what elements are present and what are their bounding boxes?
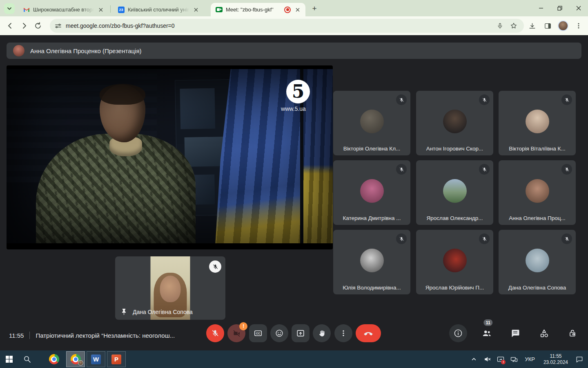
reload-button[interactable] xyxy=(31,19,45,33)
participant-tile[interactable]: Ярослав Юрійович П... xyxy=(416,230,493,294)
download-icon[interactable] xyxy=(525,19,539,33)
avatar xyxy=(443,110,467,133)
browser-toolbar: meet.google.com/zbo-fbus-gkf?authuser=0 xyxy=(0,16,588,35)
end-call-button[interactable] xyxy=(356,324,381,342)
presenter-banner[interactable]: Анна Олегівна Проценко (Презентація) xyxy=(7,43,581,59)
participant-tile[interactable]: Вікторія Віталіївна К... xyxy=(499,91,576,155)
system-tray: ! УКР 11:55 23.02.2024 xyxy=(468,350,588,368)
mic-muted-icon xyxy=(561,233,572,244)
avatar xyxy=(360,110,384,133)
host-controls-button[interactable] xyxy=(564,324,581,342)
tab-search-button[interactable] xyxy=(4,3,15,14)
mic-muted-icon xyxy=(396,233,407,244)
meeting-title: Патріотичний лекторій “Незламність: неог… xyxy=(36,332,175,339)
captions-button[interactable]: CC xyxy=(249,324,267,342)
participant-tile[interactable]: Анна Олегівна Проц... xyxy=(499,160,576,225)
avatar xyxy=(526,179,549,203)
participant-tile[interactable]: Дана Олегівна Сопова xyxy=(499,230,576,294)
url-text[interactable]: meet.google.com/zbo-fbus-gkf?authuser=0 xyxy=(66,22,493,29)
action-center-icon[interactable] xyxy=(574,350,585,368)
mic-muted-icon xyxy=(479,94,490,105)
network-icon[interactable] xyxy=(509,350,519,368)
taskbar-word[interactable]: W xyxy=(87,351,105,367)
address-bar[interactable]: meet.google.com/zbo-fbus-gkf?authuser=0 xyxy=(50,19,524,33)
avatar xyxy=(526,249,549,272)
mic-muted-icon xyxy=(396,94,407,105)
camera-toggle-button[interactable]: ! xyxy=(227,324,245,342)
mic-muted-icon xyxy=(396,164,407,175)
avatar xyxy=(526,110,549,133)
profile-avatar[interactable] xyxy=(556,19,570,33)
restore-button[interactable] xyxy=(550,0,569,16)
screen-share-tray-icon[interactable]: ! xyxy=(495,350,506,368)
participant-name: Катерина Дмитрівна ... xyxy=(337,215,406,221)
participant-tile[interactable]: Катерина Дмитрівна ... xyxy=(333,160,410,225)
taskbar-clock[interactable]: 11:55 23.02.2024 xyxy=(540,353,571,366)
browser-tab-strip: Широкомасштабне вторгненн 23 Київський с… xyxy=(0,0,588,16)
more-options-button[interactable] xyxy=(334,324,352,342)
mic-muted-icon xyxy=(561,94,572,105)
volume-muted-icon[interactable] xyxy=(482,350,492,368)
participant-name: Анна Олегівна Проц... xyxy=(503,215,572,221)
minimize-button[interactable] xyxy=(532,0,550,16)
chat-button[interactable] xyxy=(506,324,524,342)
tab-meet-active[interactable]: Meet: "zbo-fbus-gkf" xyxy=(211,3,305,16)
present-button[interactable] xyxy=(292,324,310,342)
participant-tile[interactable]: Ярослав Олександр... xyxy=(416,160,493,225)
side-panel-icon[interactable] xyxy=(541,19,555,33)
mic-toggle-button[interactable] xyxy=(206,324,224,342)
tab-gmail[interactable]: Широкомасштабне вторгненн xyxy=(18,3,109,16)
tab-separator xyxy=(110,5,111,13)
participant-tile[interactable]: Вікторія Олегівна Кл... xyxy=(333,91,410,155)
avatar xyxy=(360,179,384,203)
mic-muted-icon xyxy=(209,260,221,273)
participant-name: Вікторія Олегівна Кл... xyxy=(337,146,406,152)
presenter-name: Анна Олегівна Проценко (Презентація) xyxy=(30,47,142,54)
tab-close-button[interactable] xyxy=(97,6,105,13)
tray-expand-icon[interactable] xyxy=(468,350,479,368)
close-window-button[interactable] xyxy=(569,0,588,16)
camera-alert-badge: ! xyxy=(239,322,247,330)
new-tab-button[interactable]: + xyxy=(310,4,319,13)
chevron-down-icon xyxy=(7,6,12,11)
participants-button[interactable]: 11 xyxy=(478,324,496,342)
language-indicator[interactable]: УКР xyxy=(522,356,537,362)
windows-taskbar: W P ! УКР 11:55 23.02.2024 xyxy=(0,350,588,368)
taskbar-search-button[interactable] xyxy=(18,350,36,368)
avatar xyxy=(360,249,384,272)
back-button[interactable] xyxy=(3,19,17,33)
taskbar-powerpoint[interactable]: P xyxy=(107,351,126,367)
participant-tile[interactable]: Юлія Володимирівна... xyxy=(333,230,410,294)
forward-button[interactable] xyxy=(17,19,31,33)
activities-button[interactable] xyxy=(535,324,553,342)
reactions-button[interactable] xyxy=(270,324,288,342)
taskbar-chrome-active[interactable] xyxy=(66,351,85,367)
start-button[interactable] xyxy=(0,350,18,368)
bookmark-star-icon[interactable] xyxy=(507,19,521,33)
toolbar-right xyxy=(525,19,586,33)
tab-close-button[interactable] xyxy=(192,6,200,13)
svg-text:CC: CC xyxy=(256,332,260,335)
tab-close-button[interactable] xyxy=(294,6,301,13)
meet-app: Анна Олегівна Проценко (Презентація) 5 w… xyxy=(0,35,588,350)
presenter-avatar xyxy=(13,45,24,56)
tab-title: Meet: "zbo-fbus-gkf" xyxy=(226,7,281,13)
site-settings-icon[interactable] xyxy=(55,22,62,29)
tab-calendar[interactable]: 23 Київський столичний універси xyxy=(113,3,205,16)
pin-icon xyxy=(121,308,127,316)
tab-title: Широкомасштабне вторгненн xyxy=(33,7,94,13)
browser-menu-icon[interactable] xyxy=(572,19,586,33)
raise-hand-button[interactable] xyxy=(313,324,331,342)
call-controls: ! CC xyxy=(206,324,381,342)
participant-name: Вікторія Віталіївна К... xyxy=(503,146,572,152)
mic-muted-icon xyxy=(561,164,572,175)
presentation-video[interactable]: 5 www.5.ua xyxy=(7,65,333,249)
participant-tile[interactable]: Антон Ігорович Скор... xyxy=(416,91,493,155)
meeting-info: 11:55 Патріотичний лекторій “Незламність… xyxy=(9,332,175,339)
pinned-participant-tile[interactable]: Дана Олегівна Сопова xyxy=(115,256,225,320)
taskbar-chrome-icon[interactable] xyxy=(45,350,63,368)
meeting-details-button[interactable] xyxy=(449,324,467,342)
voice-search-icon[interactable] xyxy=(493,19,507,33)
participant-name: Дана Олегівна Сопова xyxy=(503,285,572,291)
gmail-icon xyxy=(23,6,30,13)
